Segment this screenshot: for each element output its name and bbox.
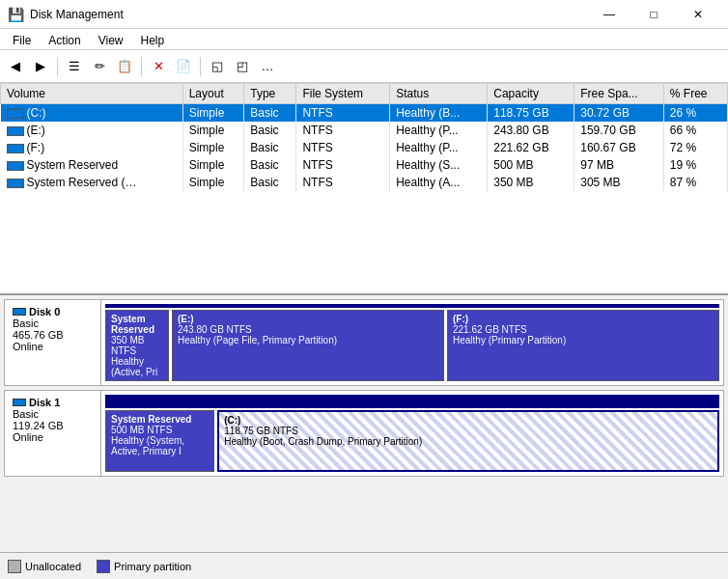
disk-partition[interactable]: (F:) 221.62 GB NTFS Healthy (Primary Par… [447, 310, 719, 381]
edit-button[interactable]: ✏ [88, 55, 111, 78]
minimize-button[interactable]: — [587, 0, 631, 29]
title-bar-controls: — □ ✕ [587, 0, 720, 29]
menu-item-file[interactable]: File [4, 31, 40, 47]
legend-primary: Primary partition [97, 560, 191, 573]
part-size: 221.62 GB NTFS [453, 324, 714, 335]
table-row[interactable]: (E:) Simple Basic NTFS Healthy (P... 243… [1, 122, 728, 139]
col-filesystem: File System [296, 84, 390, 104]
cell-free: 30.72 GB [574, 104, 664, 123]
main-content: Volume Layout Type File System Status Ca… [0, 83, 728, 579]
cell-fs: NTFS [296, 156, 390, 174]
col-pct: % Free [663, 84, 727, 104]
disk-type: Basic [13, 317, 93, 329]
table-header: Volume Layout Type File System Status Ca… [1, 84, 728, 104]
primary-icon [97, 560, 110, 573]
volume-table-area: Volume Layout Type File System Status Ca… [0, 83, 728, 295]
cell-fs: NTFS [296, 104, 390, 123]
disk-status: Online [13, 431, 93, 443]
cell-volume: System Reserved (… [1, 174, 183, 191]
toolbar-sep-2 [141, 57, 142, 76]
toolbar-btn-4[interactable]: 📄 [172, 55, 195, 78]
menu-item-help[interactable]: Help [132, 31, 174, 47]
cell-type: Basic [244, 139, 296, 156]
part-name: (E:) [178, 314, 438, 324]
list-button[interactable]: ☰ [63, 55, 86, 78]
table-row[interactable]: System Reserved (… Simple Basic NTFS Hea… [1, 174, 728, 191]
disk-label: Disk 1 Basic 119.24 GB Online [5, 391, 101, 476]
cell-volume: System Reserved [1, 156, 183, 174]
disk-partitions: System Reserved 500 MB NTFS Healthy (Sys… [101, 391, 723, 476]
cell-fs: NTFS [296, 122, 390, 139]
toolbar-btn-5[interactable]: ◱ [206, 55, 229, 78]
disk-row: Disk 1 Basic 119.24 GB Online System Res… [4, 390, 724, 477]
cell-volume: (E:) [1, 122, 183, 139]
disk-graphic-area: Disk 0 Basic 465.76 GB Online System Res… [0, 295, 728, 552]
disk-parts-row: System Reserved 500 MB NTFS Healthy (Sys… [105, 410, 719, 472]
cell-status: Healthy (B... [390, 104, 488, 123]
menu-item-view[interactable]: View [90, 31, 132, 47]
cell-status: Healthy (P... [390, 122, 488, 139]
disk-partition[interactable]: System Reserved 500 MB NTFS Healthy (Sys… [105, 410, 214, 472]
toolbar-btn-6[interactable]: ◰ [231, 55, 254, 78]
cell-capacity: 243.80 GB [488, 122, 574, 139]
cell-capacity: 350 MB [488, 174, 574, 191]
cell-volume: (C:) [1, 104, 183, 123]
cell-layout: Simple [182, 122, 244, 139]
part-name: System Reserved [111, 314, 163, 335]
unallocated-icon [8, 560, 21, 573]
cell-free: 159.70 GB [574, 122, 664, 139]
cell-pct: 66 % [663, 122, 727, 139]
app-icon: 💾 [8, 7, 24, 22]
part-name: (F:) [453, 314, 714, 324]
part-name: System Reserved [111, 414, 209, 425]
cell-pct: 26 % [663, 104, 727, 123]
col-type: Type [244, 84, 296, 104]
legend: Unallocated Primary partition [0, 552, 728, 579]
col-volume: Volume [1, 84, 183, 104]
disk-size: 465.76 GB [13, 329, 93, 341]
col-capacity: Capacity [488, 84, 574, 104]
disk-name: Disk 1 [13, 397, 93, 408]
cell-status: Healthy (A... [390, 174, 488, 191]
cell-type: Basic [244, 174, 296, 191]
table-row[interactable]: (C:) Simple Basic NTFS Healthy (B... 118… [1, 104, 728, 123]
cell-volume: (F:) [1, 139, 183, 156]
table-row[interactable]: System Reserved Simple Basic NTFS Health… [1, 156, 728, 174]
disk-row: Disk 0 Basic 465.76 GB Online System Res… [4, 299, 724, 386]
cell-type: Basic [244, 156, 296, 174]
part-size: 118.75 GB NTFS [224, 426, 713, 436]
menu-item-action[interactable]: Action [40, 31, 89, 47]
disk-partition[interactable]: System Reserved 350 MB NTFS Healthy (Act… [105, 310, 169, 381]
toolbar-sep-1 [57, 57, 58, 76]
col-layout: Layout [182, 84, 244, 104]
table-row[interactable]: (F:) Simple Basic NTFS Healthy (P... 221… [1, 139, 728, 156]
cell-fs: NTFS [296, 139, 390, 156]
cell-layout: Simple [182, 139, 244, 156]
disk-size: 119.24 GB [13, 420, 93, 431]
cell-pct: 19 % [663, 156, 727, 174]
toolbar: ◀ ▶ ☰ ✏ 📋 ✕ 📄 ◱ ◰ … [0, 50, 728, 83]
toolbar-btn-3[interactable]: 📋 [113, 55, 136, 78]
disk-partition[interactable]: (C:) 118.75 GB NTFS Healthy (Boot, Crash… [217, 410, 719, 472]
cell-type: Basic [244, 122, 296, 139]
disk-label: Disk 0 Basic 465.76 GB Online [5, 300, 101, 385]
part-status: Healthy (Active, Pri [111, 356, 163, 377]
cell-status: Healthy (P... [390, 139, 488, 156]
disk-type: Basic [13, 408, 93, 420]
disk-bar [105, 304, 719, 308]
cell-pct: 72 % [663, 139, 727, 156]
cell-status: Healthy (S... [390, 156, 488, 174]
forward-button[interactable]: ▶ [29, 55, 52, 78]
window-title: Disk Management [30, 8, 124, 21]
close-button[interactable]: ✕ [676, 0, 720, 29]
disk-partition[interactable]: (E:) 243.80 GB NTFS Healthy (Page File, … [172, 310, 444, 381]
cell-type: Basic [244, 104, 296, 123]
disk-parts-row: System Reserved 350 MB NTFS Healthy (Act… [105, 310, 719, 381]
maximize-button[interactable]: □ [631, 0, 676, 29]
back-button[interactable]: ◀ [4, 55, 27, 78]
part-status: Healthy (Page File, Primary Partition) [178, 335, 438, 345]
part-name: (C:) [224, 415, 713, 426]
delete-button[interactable]: ✕ [147, 55, 170, 78]
toolbar-btn-7[interactable]: … [256, 55, 279, 78]
menu-bar: FileActionViewHelp [0, 29, 728, 50]
